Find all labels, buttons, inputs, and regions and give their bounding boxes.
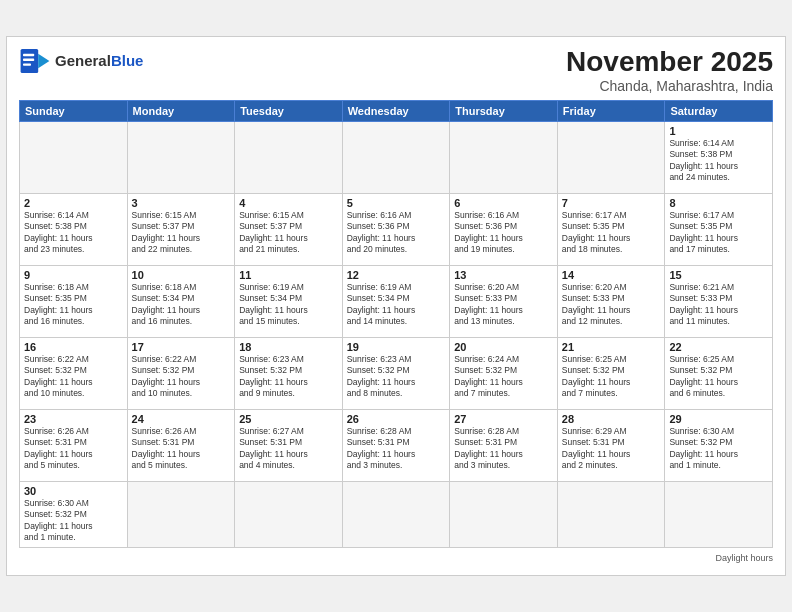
calendar-cell: 17Sunrise: 6:22 AMSunset: 5:32 PMDayligh… [127, 337, 235, 409]
day-info: Sunrise: 6:30 AMSunset: 5:32 PMDaylight:… [24, 498, 123, 544]
day-number: 23 [24, 413, 123, 425]
weekday-header-thursday: Thursday [450, 100, 558, 121]
day-info: Sunrise: 6:21 AMSunset: 5:33 PMDaylight:… [669, 282, 768, 328]
weekday-header-monday: Monday [127, 100, 235, 121]
logo-text: GeneralBlue [55, 52, 143, 70]
logo-general: General [55, 52, 111, 69]
day-info: Sunrise: 6:30 AMSunset: 5:32 PMDaylight:… [669, 426, 768, 472]
daylight-hours-label: Daylight hours [715, 553, 773, 563]
day-number: 13 [454, 269, 553, 281]
svg-rect-4 [23, 64, 31, 66]
calendar-cell: 20Sunrise: 6:24 AMSunset: 5:32 PMDayligh… [450, 337, 558, 409]
calendar-cell: 15Sunrise: 6:21 AMSunset: 5:33 PMDayligh… [665, 265, 773, 337]
calendar-cell [450, 121, 558, 193]
weekday-header-wednesday: Wednesday [342, 100, 450, 121]
day-info: Sunrise: 6:26 AMSunset: 5:31 PMDaylight:… [132, 426, 231, 472]
calendar-cell: 14Sunrise: 6:20 AMSunset: 5:33 PMDayligh… [557, 265, 665, 337]
day-info: Sunrise: 6:19 AMSunset: 5:34 PMDaylight:… [347, 282, 446, 328]
calendar-cell: 11Sunrise: 6:19 AMSunset: 5:34 PMDayligh… [235, 265, 343, 337]
calendar-cell: 6Sunrise: 6:16 AMSunset: 5:36 PMDaylight… [450, 193, 558, 265]
day-number: 21 [562, 341, 661, 353]
calendar-cell: 7Sunrise: 6:17 AMSunset: 5:35 PMDaylight… [557, 193, 665, 265]
calendar-cell: 28Sunrise: 6:29 AMSunset: 5:31 PMDayligh… [557, 409, 665, 481]
day-info: Sunrise: 6:28 AMSunset: 5:31 PMDaylight:… [454, 426, 553, 472]
day-info: Sunrise: 6:16 AMSunset: 5:36 PMDaylight:… [454, 210, 553, 256]
day-number: 3 [132, 197, 231, 209]
day-info: Sunrise: 6:22 AMSunset: 5:32 PMDaylight:… [24, 354, 123, 400]
svg-rect-2 [23, 54, 34, 56]
day-number: 8 [669, 197, 768, 209]
weekday-header-row: SundayMondayTuesdayWednesdayThursdayFrid… [20, 100, 773, 121]
day-number: 5 [347, 197, 446, 209]
day-number: 9 [24, 269, 123, 281]
calendar-container: GeneralBlue November 2025 Chanda, Mahara… [6, 36, 786, 576]
calendar-cell: 3Sunrise: 6:15 AMSunset: 5:37 PMDaylight… [127, 193, 235, 265]
svg-rect-3 [23, 59, 34, 61]
day-info: Sunrise: 6:20 AMSunset: 5:33 PMDaylight:… [562, 282, 661, 328]
calendar-cell: 24Sunrise: 6:26 AMSunset: 5:31 PMDayligh… [127, 409, 235, 481]
day-info: Sunrise: 6:24 AMSunset: 5:32 PMDaylight:… [454, 354, 553, 400]
header: GeneralBlue November 2025 Chanda, Mahara… [19, 47, 773, 94]
calendar-cell: 26Sunrise: 6:28 AMSunset: 5:31 PMDayligh… [342, 409, 450, 481]
calendar-cell [235, 121, 343, 193]
day-info: Sunrise: 6:23 AMSunset: 5:32 PMDaylight:… [239, 354, 338, 400]
weekday-header-tuesday: Tuesday [235, 100, 343, 121]
calendar-cell [665, 481, 773, 547]
day-number: 29 [669, 413, 768, 425]
calendar-cell: 8Sunrise: 6:17 AMSunset: 5:35 PMDaylight… [665, 193, 773, 265]
day-info: Sunrise: 6:19 AMSunset: 5:34 PMDaylight:… [239, 282, 338, 328]
month-title: November 2025 [566, 47, 773, 78]
svg-marker-1 [38, 54, 49, 68]
calendar-cell: 23Sunrise: 6:26 AMSunset: 5:31 PMDayligh… [20, 409, 128, 481]
calendar-cell: 5Sunrise: 6:16 AMSunset: 5:36 PMDaylight… [342, 193, 450, 265]
day-number: 1 [669, 125, 768, 137]
day-info: Sunrise: 6:25 AMSunset: 5:32 PMDaylight:… [562, 354, 661, 400]
logo: GeneralBlue [19, 47, 143, 75]
calendar-cell: 19Sunrise: 6:23 AMSunset: 5:32 PMDayligh… [342, 337, 450, 409]
calendar-cell [450, 481, 558, 547]
calendar-week-row: 16Sunrise: 6:22 AMSunset: 5:32 PMDayligh… [20, 337, 773, 409]
calendar-table: SundayMondayTuesdayWednesdayThursdayFrid… [19, 100, 773, 548]
day-info: Sunrise: 6:17 AMSunset: 5:35 PMDaylight:… [669, 210, 768, 256]
day-number: 10 [132, 269, 231, 281]
calendar-cell: 30Sunrise: 6:30 AMSunset: 5:32 PMDayligh… [20, 481, 128, 547]
calendar-cell [342, 121, 450, 193]
calendar-cell: 12Sunrise: 6:19 AMSunset: 5:34 PMDayligh… [342, 265, 450, 337]
calendar-cell [557, 481, 665, 547]
day-info: Sunrise: 6:27 AMSunset: 5:31 PMDaylight:… [239, 426, 338, 472]
logo-blue-text: Blue [111, 52, 144, 69]
calendar-cell: 10Sunrise: 6:18 AMSunset: 5:34 PMDayligh… [127, 265, 235, 337]
calendar-cell [127, 481, 235, 547]
day-info: Sunrise: 6:29 AMSunset: 5:31 PMDaylight:… [562, 426, 661, 472]
location-subtitle: Chanda, Maharashtra, India [566, 78, 773, 94]
day-number: 11 [239, 269, 338, 281]
calendar-cell: 16Sunrise: 6:22 AMSunset: 5:32 PMDayligh… [20, 337, 128, 409]
day-number: 12 [347, 269, 446, 281]
calendar-cell: 18Sunrise: 6:23 AMSunset: 5:32 PMDayligh… [235, 337, 343, 409]
title-block: November 2025 Chanda, Maharashtra, India [566, 47, 773, 94]
calendar-cell [127, 121, 235, 193]
day-info: Sunrise: 6:28 AMSunset: 5:31 PMDaylight:… [347, 426, 446, 472]
weekday-header-saturday: Saturday [665, 100, 773, 121]
calendar-cell: 27Sunrise: 6:28 AMSunset: 5:31 PMDayligh… [450, 409, 558, 481]
calendar-week-row: 30Sunrise: 6:30 AMSunset: 5:32 PMDayligh… [20, 481, 773, 547]
day-info: Sunrise: 6:17 AMSunset: 5:35 PMDaylight:… [562, 210, 661, 256]
day-info: Sunrise: 6:15 AMSunset: 5:37 PMDaylight:… [239, 210, 338, 256]
day-info: Sunrise: 6:16 AMSunset: 5:36 PMDaylight:… [347, 210, 446, 256]
day-number: 14 [562, 269, 661, 281]
day-number: 19 [347, 341, 446, 353]
day-number: 16 [24, 341, 123, 353]
day-number: 18 [239, 341, 338, 353]
day-number: 6 [454, 197, 553, 209]
calendar-cell [20, 121, 128, 193]
calendar-cell: 4Sunrise: 6:15 AMSunset: 5:37 PMDaylight… [235, 193, 343, 265]
day-info: Sunrise: 6:14 AMSunset: 5:38 PMDaylight:… [24, 210, 123, 256]
day-number: 15 [669, 269, 768, 281]
calendar-cell: 2Sunrise: 6:14 AMSunset: 5:38 PMDaylight… [20, 193, 128, 265]
day-info: Sunrise: 6:23 AMSunset: 5:32 PMDaylight:… [347, 354, 446, 400]
day-number: 2 [24, 197, 123, 209]
calendar-cell: 9Sunrise: 6:18 AMSunset: 5:35 PMDaylight… [20, 265, 128, 337]
day-number: 28 [562, 413, 661, 425]
day-info: Sunrise: 6:26 AMSunset: 5:31 PMDaylight:… [24, 426, 123, 472]
day-number: 7 [562, 197, 661, 209]
